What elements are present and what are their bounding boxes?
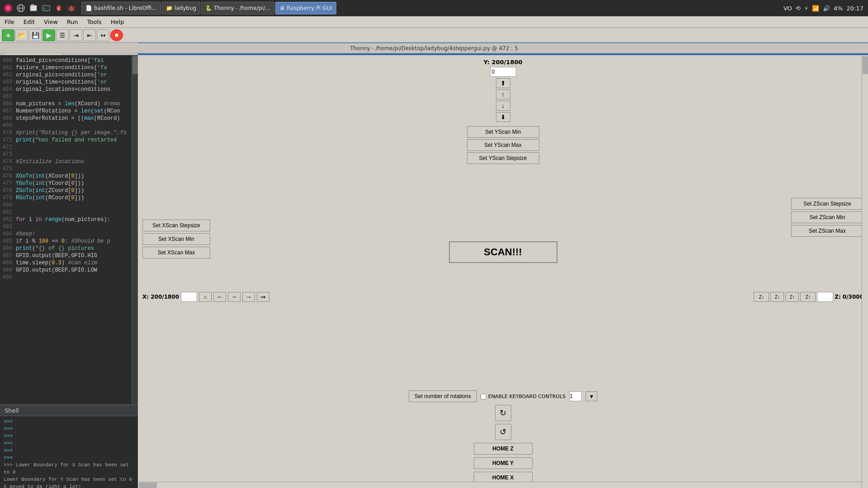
shell-line-2: >>> [4,425,134,432]
rotate-counter-button[interactable]: ↺ [495,424,511,440]
path-info-bar: Thonny - /home/pi/Desktop/ladybug/4stepp… [0,43,868,53]
code-line-476: 476XGoTo(int(XCoord[0])) [0,173,138,180]
shell-content[interactable]: >>> >>> >>> >>> >>> >>> >>> Lower Bounda… [0,416,138,488]
window-body: Y: 200/1800 ⬆ ↑ ↓ ⬇ Set YScan Min Set YS… [138,55,868,488]
open-button[interactable]: 📂 [15,29,28,41]
home-y-button[interactable]: HOME Y [474,457,533,469]
app-thonny[interactable]: 🐍 Thonny - /home/pi/... [201,2,274,14]
code-line-484: 484 #beep! [0,230,138,238]
set-xscan-stepsize-button[interactable]: Set XScan Stepsize [142,220,210,231]
rotation-circles-row2: ↺ [495,424,511,440]
code-line-469: 469 [0,122,138,129]
z-up-fast-button[interactable]: Z↑ [800,292,816,302]
x-right-fast-button[interactable]: ⇒ [257,292,269,302]
menu-file[interactable]: File [0,18,19,26]
menu-help[interactable]: Help [106,18,129,26]
window-scrollbar[interactable] [862,55,868,488]
keyboard-down-button[interactable]: ▾ [585,391,597,401]
keyboard-value-input[interactable] [569,391,582,401]
code-line-483: 483 [0,223,138,230]
y-down-button[interactable]: ↓ [496,101,510,111]
code-editor[interactable]: 460failed_pics=conditions['fai 461failur… [0,55,138,404]
z-position-row: Z↓ Z↓ Z↑ Z↑ Z: 0/3000 [754,292,863,302]
menu-run[interactable]: Run [62,18,83,26]
bug-icon[interactable] [66,3,77,14]
editor-scrollbar[interactable] [132,55,138,404]
code-line-474: 474#Initialize locations [0,158,138,165]
set-yscan-max-button[interactable]: Set YScan Max [467,139,539,151]
menu-view[interactable]: View [39,18,62,26]
x-left-button[interactable]: − [228,292,241,302]
window-hscrollbar-thumb [139,483,157,488]
app-ladybug-icon: 📁 [166,5,173,11]
x-home-button[interactable]: ⌂ [199,292,212,302]
app-rpi-gui[interactable]: 🖥 Raspberry Pi GUI [275,2,336,14]
z-axis-controls: Set ZScan Stepsize Set ZScan Min Set ZSc… [791,198,863,237]
new-button[interactable]: + [2,29,14,41]
code-line-460: 460failed_pics=conditions['fai [0,57,138,64]
set-yscan-min-button[interactable]: Set YScan Min [467,126,539,138]
y-up-fast-button[interactable]: ⬆ [496,78,510,88]
code-line-489: 489 GPIO.output(BEEP,GPIO.LOW [0,267,138,274]
app-bashfile-icon: 📄 [85,5,92,11]
menu-tools[interactable]: Tools [83,18,106,26]
code-line-470: 470#print("Rotating {} per image.".fo [0,129,138,136]
set-zscan-max-button[interactable]: Set ZScan Max [791,225,863,237]
z-up-button[interactable]: Z↑ [785,292,799,302]
window-hscrollbar[interactable] [138,482,862,488]
x-value-input[interactable] [181,292,197,302]
files-icon[interactable] [28,3,39,14]
terminal-icon[interactable]: >_ [41,3,52,14]
code-line-481: 481 [0,209,138,216]
scrollbar-thumb [132,56,138,74]
set-xscan-max-button[interactable]: Set XScan Max [142,247,210,258]
shell-line-7: >>> Lower Boundary for X Scan has been s… [4,461,134,476]
menubar: File Edit View Run Tools Help [0,16,868,28]
save-button[interactable]: 💾 [29,29,42,41]
indent2-button[interactable]: ⇤ [83,29,96,41]
rotation-circles-row: ↻ [495,405,511,421]
rotate-clockwise-button[interactable]: ↻ [495,405,511,421]
home-z-button[interactable]: HOME Z [474,443,533,455]
app-bashfile[interactable]: 📄 bashfile.sh - LibreOffi... [81,2,161,14]
set-zscan-min-button[interactable]: Set ZScan Min [791,211,863,223]
list-button[interactable]: ☰ [56,29,69,41]
set-yscan-stepsize-button[interactable]: Set YScan Stepsize [467,152,539,164]
code-line-462: 462original_pics=conditions['or [0,71,138,79]
z-down-fast-button[interactable]: Z↓ [754,292,769,302]
svg-point-10 [57,8,58,9]
app-ladybug[interactable]: 📁 ladybug [162,2,200,14]
run-button[interactable]: ▶ [42,29,55,41]
y-value-input[interactable] [490,67,516,77]
code-line-477: 477YGoTo(int(YCoord[0])) [0,180,138,187]
wifi-icon: 📶 [812,5,819,12]
z-down-button[interactable]: Z↓ [770,292,784,302]
indent1-button[interactable]: ⇥ [70,29,82,41]
y-down-fast-button[interactable]: ⬇ [496,112,510,122]
x-right-button[interactable]: → [242,292,255,302]
set-xscan-min-button[interactable]: Set XScan Min [142,233,210,245]
keyboard-controls-checkbox[interactable] [481,394,486,399]
code-line-488: 488 time.sleep(0.3) #can elim [0,259,138,267]
x-axis-controls: Set XScan Stepsize Set XScan Min Set XSc… [142,220,210,258]
z-value-input[interactable] [817,292,833,302]
svg-point-11 [59,9,60,10]
toolbar: + 📂 💾 ▶ ☰ ⇥ ⇤ ↔ ⏹ [0,28,868,42]
menu-edit[interactable]: Edit [19,18,39,26]
stop-button[interactable]: ⏹ [110,29,123,41]
status-sync: ⟲ [796,5,801,12]
set-zscan-stepsize-button[interactable]: Set ZScan Stepsize [791,198,863,210]
code-line-472: 472 [0,144,138,151]
x-left-fast-button[interactable]: ← [213,292,226,302]
svg-line-16 [74,7,75,8]
indent3-button[interactable]: ↔ [97,29,109,41]
svg-text:>_: >_ [43,7,48,11]
code-content: 460failed_pics=conditions['fai 461failur… [0,55,138,283]
set-rotations-button[interactable]: Set number of rotations [409,390,477,402]
strawberry-icon[interactable] [53,3,64,14]
y-up-button[interactable]: ↑ [496,89,510,99]
y-scan-buttons: Set YScan Min Set YScan Max Set YScan St… [467,126,539,164]
scan-main-button[interactable]: SCAN!!! [449,241,557,263]
globe-icon[interactable] [15,3,26,14]
raspberry-pi-icon[interactable] [3,3,14,14]
